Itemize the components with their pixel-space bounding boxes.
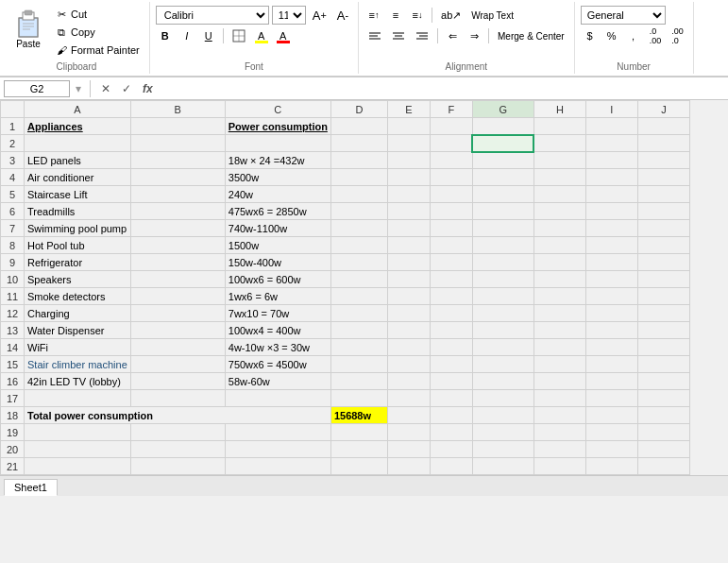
cell-H20[interactable] (533, 441, 585, 458)
cell-J17[interactable] (637, 390, 689, 407)
cell-J2[interactable] (637, 135, 689, 152)
cell-A12[interactable]: Charging (25, 305, 131, 322)
cell-I14[interactable] (585, 339, 637, 356)
cell-E11[interactable] (387, 288, 430, 305)
cell-C14[interactable]: 4w-10w ×3 = 30w (225, 339, 330, 356)
cell-D13[interactable] (330, 322, 387, 339)
cell-H21[interactable] (533, 458, 585, 475)
cell-D2[interactable] (330, 135, 387, 152)
cell-G5[interactable] (472, 186, 533, 203)
sheet-tab-1[interactable]: Sheet1 (4, 479, 58, 496)
cell-J3[interactable] (637, 152, 689, 169)
cell-I6[interactable] (585, 203, 637, 220)
cell-D14[interactable] (330, 339, 387, 356)
merge-center-button[interactable]: Merge & Center (494, 26, 568, 45)
cell-E7[interactable] (387, 220, 430, 237)
cell-A4[interactable]: Air conditioner (25, 169, 131, 186)
row-header-2[interactable]: 2 (1, 135, 25, 152)
cell-E21[interactable] (387, 458, 430, 475)
cell-H16[interactable] (533, 373, 585, 390)
font-family-selector[interactable]: Calibri (156, 6, 269, 25)
cell-F20[interactable] (430, 441, 472, 458)
copy-button[interactable]: ⧉ Copy (51, 24, 144, 41)
right-align-button[interactable] (412, 26, 432, 45)
cell-I5[interactable] (585, 186, 637, 203)
font-size-selector[interactable]: 11 (272, 6, 306, 25)
cell-A16[interactable]: 42in LED TV (lobby) (25, 373, 131, 390)
currency-button[interactable]: $ (581, 26, 600, 45)
cell-E13[interactable] (387, 322, 430, 339)
cell-F3[interactable] (430, 152, 472, 169)
cell-I20[interactable] (585, 441, 637, 458)
cell-G11[interactable] (472, 288, 533, 305)
cell-G19[interactable] (472, 424, 533, 441)
comma-button[interactable]: , (624, 26, 643, 45)
cell-C20[interactable] (225, 441, 330, 458)
cell-F21[interactable] (430, 458, 472, 475)
cell-I7[interactable] (585, 220, 637, 237)
row-header-11[interactable]: 11 (1, 288, 25, 305)
sheet-container[interactable]: A B C D E F G H I J 1 Appliances (0, 100, 728, 475)
italic-button[interactable]: I (178, 26, 196, 45)
fill-color-button[interactable]: A (252, 26, 271, 45)
cell-J5[interactable] (637, 186, 689, 203)
cell-G9[interactable] (472, 254, 533, 271)
row-header-14[interactable]: 14 (1, 339, 25, 356)
cell-G10[interactable] (472, 271, 533, 288)
cell-F10[interactable] (430, 271, 472, 288)
cell-B9[interactable] (130, 254, 225, 271)
cell-E20[interactable] (387, 441, 430, 458)
cell-D11[interactable] (330, 288, 387, 305)
cell-D16[interactable] (330, 373, 387, 390)
cell-I19[interactable] (585, 424, 637, 441)
cell-B10[interactable] (130, 271, 225, 288)
align-bottom-button[interactable]: ≡↓ (408, 6, 427, 25)
bold-button[interactable]: B (156, 26, 175, 45)
cell-J12[interactable] (637, 305, 689, 322)
cell-D5[interactable] (330, 186, 387, 203)
cell-F6[interactable] (430, 203, 472, 220)
row-header-4[interactable]: 4 (1, 169, 25, 186)
cell-I9[interactable] (585, 254, 637, 271)
cell-F11[interactable] (430, 288, 472, 305)
cell-H10[interactable] (533, 271, 585, 288)
cell-A15[interactable]: Stair climber machine (25, 356, 131, 373)
cell-B7[interactable] (130, 220, 225, 237)
row-header-12[interactable]: 12 (1, 305, 25, 322)
align-middle-button[interactable]: ≡ (386, 6, 405, 25)
cell-H7[interactable] (533, 220, 585, 237)
decrease-font-button[interactable]: A- (333, 6, 352, 25)
row-header-3[interactable]: 3 (1, 152, 25, 169)
col-header-J[interactable]: J (637, 101, 689, 118)
cell-A21[interactable] (25, 458, 131, 475)
cell-F8[interactable] (430, 237, 472, 254)
col-header-C[interactable]: C (225, 101, 330, 118)
cell-F1[interactable] (430, 118, 472, 135)
cell-B11[interactable] (130, 288, 225, 305)
col-header-B[interactable]: B (130, 101, 225, 118)
increase-font-button[interactable]: A+ (309, 6, 330, 25)
cell-H6[interactable] (533, 203, 585, 220)
row-header-7[interactable]: 7 (1, 220, 25, 237)
cell-H12[interactable] (533, 305, 585, 322)
cell-G2[interactable] (472, 135, 533, 152)
cell-I10[interactable] (585, 271, 637, 288)
cell-A13[interactable]: Water Dispenser (25, 322, 131, 339)
cell-E1[interactable] (387, 118, 430, 135)
cell-H18[interactable] (533, 407, 585, 424)
cell-D17[interactable] (330, 390, 387, 407)
cell-B21[interactable] (130, 458, 225, 475)
cell-J18[interactable] (637, 407, 689, 424)
cell-A3[interactable]: LED panels (25, 152, 131, 169)
increase-indent-button[interactable]: ⇒ (465, 26, 483, 45)
cell-B4[interactable] (130, 169, 225, 186)
cell-F14[interactable] (430, 339, 472, 356)
row-header-1[interactable]: 1 (1, 118, 25, 135)
cell-J20[interactable] (637, 441, 689, 458)
cell-B20[interactable] (130, 441, 225, 458)
cell-B14[interactable] (130, 339, 225, 356)
confirm-button[interactable]: ✓ (118, 81, 135, 96)
cell-D12[interactable] (330, 305, 387, 322)
row-header-20[interactable]: 20 (1, 441, 25, 458)
cell-A11[interactable]: Smoke detectors (25, 288, 131, 305)
